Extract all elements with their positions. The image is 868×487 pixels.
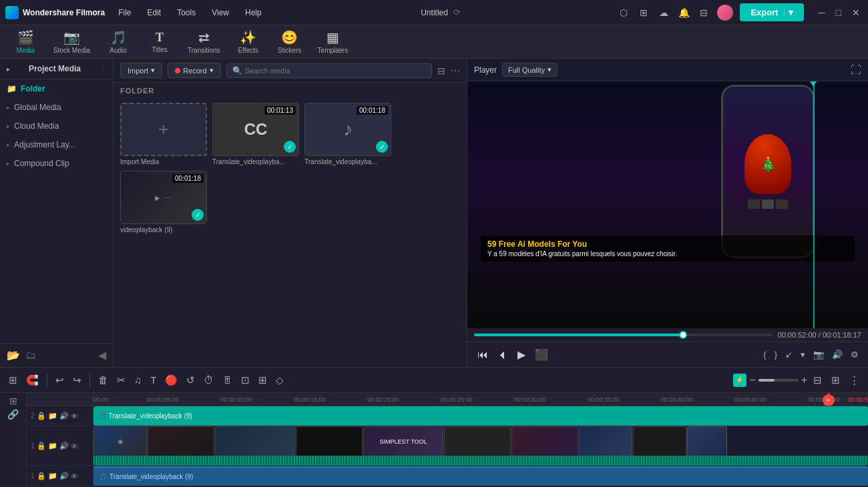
- export-button[interactable]: Export ▾: [740, 3, 803, 21]
- snap-icon: ⚡: [735, 376, 744, 384]
- tab-templates[interactable]: ▦ Templates: [311, 27, 355, 57]
- search-input[interactable]: [245, 67, 426, 75]
- tab-stickers[interactable]: 😊 Stickers: [270, 27, 310, 57]
- track-1-audio-icon[interactable]: 🔊: [59, 412, 69, 420]
- track-3-folder-icon[interactable]: 📁: [48, 472, 57, 480]
- delete-button[interactable]: 🗑: [95, 372, 112, 388]
- rotate-button[interactable]: ↺: [183, 372, 198, 388]
- ruler-tick-40: 00:00:40:00: [661, 396, 693, 403]
- audio-ctrl-button[interactable]: 🎚: [219, 372, 236, 388]
- track-2-folder-icon[interactable]: 📁: [48, 442, 57, 450]
- play-button[interactable]: ▶: [514, 346, 529, 363]
- media-item-music[interactable]: ♪ 00:01:18 ✓ Translate_videoplayba...: [304, 103, 391, 165]
- keyframe-button[interactable]: ◇: [272, 372, 287, 388]
- zoom-out-button[interactable]: −: [749, 374, 755, 386]
- scissors-icon: ✂: [826, 397, 831, 404]
- more-options-icon[interactable]: ⋯: [451, 65, 460, 76]
- mark-in-button[interactable]: {: [761, 348, 769, 361]
- menu-help[interactable]: Help: [242, 5, 264, 20]
- sidebar-item-folder[interactable]: 📁 Folder: [0, 79, 113, 98]
- sidebar-item-cloud[interactable]: ▸ Cloud Media: [0, 117, 113, 135]
- tab-titles[interactable]: T Titles: [140, 28, 180, 56]
- media-item-import[interactable]: + Import Media: [120, 103, 207, 165]
- settings-button[interactable]: ⚙: [848, 348, 861, 361]
- fullscreen-icon[interactable]: ⛶: [851, 64, 861, 76]
- media-item-video[interactable]: ▶ ⋯ 00:01:18 ✓ videoplayback (9): [120, 171, 207, 233]
- overlay-title: 59 Free Ai Models For You: [487, 239, 848, 249]
- record-button[interactable]: Record ▾: [168, 63, 220, 78]
- menu-file[interactable]: File: [116, 5, 134, 20]
- snap-toggle-button[interactable]: ⊟: [810, 372, 825, 388]
- avatar[interactable]: [717, 5, 733, 21]
- cloud-icon[interactable]: ☁: [657, 6, 670, 19]
- track-2-audio-icon[interactable]: 🔊: [59, 442, 69, 450]
- sidebar-item-adjustment[interactable]: ▸ Adjustment Lay...: [0, 135, 113, 154]
- layout-icon[interactable]: ⊞: [637, 6, 650, 19]
- more-button[interactable]: ⋮: [846, 372, 863, 388]
- tab-media[interactable]: 🎬 Media: [5, 27, 45, 57]
- sidebar-toggle-icon[interactable]: ◀: [98, 349, 106, 362]
- grid-button[interactable]: ⊞: [828, 372, 843, 388]
- audio-clip-1[interactable]: 🎵 Translate_videoplayback (9): [93, 406, 868, 426]
- sidebar-collapse-icon[interactable]: ▸: [7, 65, 10, 73]
- link-icon[interactable]: 🔗: [7, 409, 19, 420]
- maximize-button[interactable]: □: [833, 7, 844, 18]
- mark-out-button[interactable]: }: [772, 348, 780, 361]
- media-item-cc[interactable]: CC 00:01:13 ✓ Translate_videoplayba...: [212, 103, 299, 165]
- add-track-icon[interactable]: ⊞: [9, 396, 17, 406]
- frame-back-button[interactable]: ⏴: [494, 347, 511, 363]
- track-3-lock-icon[interactable]: 🔒: [37, 472, 46, 480]
- snapshot-button[interactable]: 📷: [811, 348, 827, 361]
- sidebar-item-compound[interactable]: ▸ Compound Clip: [0, 154, 113, 173]
- audio-button[interactable]: 🔊: [829, 348, 845, 361]
- minimize-button[interactable]: ─: [816, 7, 828, 18]
- undo-button[interactable]: ↩: [52, 372, 67, 388]
- bottom-clip[interactable]: 🎵 Translate_videoplayback (9): [93, 466, 868, 486]
- quality-select[interactable]: Full Quality ▾: [502, 63, 558, 77]
- track-3-eye-icon[interactable]: 👁: [71, 472, 78, 480]
- skip-back-button[interactable]: ⏮: [474, 347, 491, 363]
- tab-stock-media[interactable]: 📷 Stock Media: [47, 27, 97, 57]
- magnetic-button[interactable]: 🧲: [23, 372, 42, 388]
- color-button[interactable]: 🔴: [162, 372, 181, 388]
- close-button[interactable]: ✕: [849, 7, 863, 18]
- track-2-lock-icon[interactable]: 🔒: [37, 442, 46, 450]
- track-1-lock-icon[interactable]: 🔒: [37, 412, 46, 420]
- audio-sep-button[interactable]: ♫: [131, 372, 145, 388]
- tab-audio[interactable]: 🎵 Audio: [98, 27, 138, 57]
- insert-button[interactable]: ↙: [783, 348, 795, 361]
- export-icon[interactable]: ⬡: [617, 6, 630, 19]
- new-folder-icon[interactable]: 🗂: [25, 350, 36, 362]
- timeline-content: ⊞ 🔗 00:00 00:00:05:00 00:00:10:00 00:00:…: [0, 393, 868, 487]
- redo-button[interactable]: ↪: [69, 372, 85, 388]
- track-select-button[interactable]: ⊞: [5, 372, 21, 388]
- menu-edit[interactable]: Edit: [144, 5, 164, 20]
- progress-bar[interactable]: 00:00:52:00 / 00:01:18:17: [467, 328, 868, 342]
- zoom-slider[interactable]: [758, 379, 799, 382]
- track-3-audio-icon[interactable]: 🔊: [59, 472, 69, 480]
- import-thumb[interactable]: +: [120, 103, 207, 156]
- import-button[interactable]: Import ▾: [120, 63, 162, 78]
- track-1-eye-icon[interactable]: 👁: [71, 412, 78, 420]
- track-2-eye-icon[interactable]: 👁: [71, 442, 78, 450]
- apps-icon[interactable]: ⊟: [697, 6, 710, 19]
- stop-button[interactable]: ⬛: [531, 346, 552, 363]
- sidebar-item-global[interactable]: ▸ Global Media: [0, 98, 113, 117]
- crop-button[interactable]: ⊞: [255, 372, 270, 388]
- snap-button[interactable]: ⚡: [733, 374, 746, 387]
- track-1-folder-icon[interactable]: 📁: [48, 412, 57, 420]
- bell-icon[interactable]: 🔔: [677, 6, 690, 19]
- timer-button[interactable]: ⏱: [200, 372, 217, 388]
- menu-view[interactable]: View: [209, 5, 232, 20]
- tab-transitions[interactable]: ⇄ Transitions: [181, 27, 227, 57]
- menu-tools[interactable]: Tools: [174, 5, 198, 20]
- add-folder-icon[interactable]: 📂: [7, 349, 20, 362]
- zoom-in-button[interactable]: +: [801, 374, 807, 386]
- multi-cam-button[interactable]: ⊡: [238, 372, 253, 388]
- cut-button[interactable]: ✂: [114, 372, 129, 388]
- progress-track[interactable]: [474, 334, 773, 336]
- text-button[interactable]: T: [147, 372, 160, 388]
- tab-effects[interactable]: ✨ Effects: [228, 27, 268, 57]
- filter-icon[interactable]: ⊟: [437, 65, 445, 76]
- overwrite-button[interactable]: ▾: [798, 348, 808, 361]
